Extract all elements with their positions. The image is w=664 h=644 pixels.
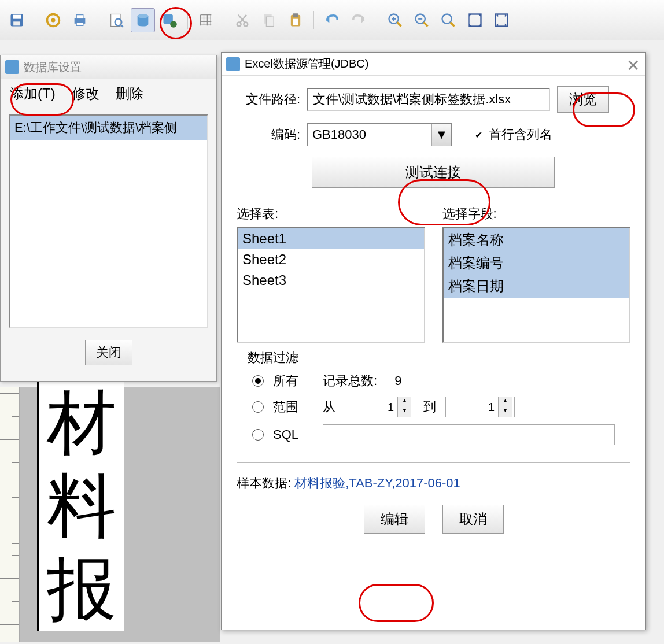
spin-up[interactable]: ▲ <box>398 397 411 407</box>
zoom-out-button[interactable] <box>410 8 434 32</box>
cut-button[interactable] <box>230 8 254 32</box>
select-table-label: 选择表: <box>237 205 425 223</box>
field-item[interactable]: 档案编号 <box>444 251 630 275</box>
cut-icon <box>234 12 250 28</box>
separator <box>98 11 98 29</box>
encoding-combo[interactable]: GB18030 ▼ <box>307 123 452 146</box>
firstrow-checkbox[interactable]: ✔ 首行含列名 <box>473 126 552 143</box>
svg-rect-30 <box>293 13 298 17</box>
fit-page-button[interactable] <box>463 8 487 32</box>
jdbc-dialog: Excel数据源管理(JDBC) ✕ 文件路径: 浏览 编码: GB18030 … <box>221 52 646 630</box>
firstrow-label: 首行含列名 <box>489 126 552 143</box>
delete-menu[interactable]: 删除 <box>116 84 143 103</box>
char: 料 <box>47 465 116 548</box>
from-input[interactable] <box>345 397 397 417</box>
separator <box>377 11 377 29</box>
svg-line-39 <box>424 22 428 26</box>
filepath-label: 文件路径: <box>237 91 300 108</box>
radio-range[interactable] <box>252 401 264 413</box>
table-item[interactable]: Sheet3 <box>238 270 424 291</box>
paste-button[interactable] <box>283 8 308 32</box>
svg-rect-1 <box>13 14 21 18</box>
separator <box>313 11 314 29</box>
datasource-config-button[interactable] <box>157 8 182 32</box>
field-item[interactable]: 档案名称 <box>444 228 630 251</box>
sample-label: 样本数据: <box>237 476 291 490</box>
spin-up[interactable]: ▲ <box>499 397 512 407</box>
database-gear-icon <box>161 12 178 28</box>
from-spinner[interactable]: ▲▼ <box>345 397 414 417</box>
fields-listbox[interactable]: 档案名称 档案编号 档案日期 <box>442 227 631 343</box>
svg-rect-6 <box>76 14 83 18</box>
gear-icon <box>45 12 61 28</box>
db-list-item[interactable]: E:\工作文件\测试数据\档案侧 <box>10 116 207 140</box>
vertical-ruler <box>0 387 20 642</box>
radio-sql-label: SQL <box>273 427 313 442</box>
svg-rect-28 <box>266 17 274 26</box>
main-toolbar <box>0 0 664 40</box>
paste-icon <box>287 12 304 28</box>
radio-all-label: 所有 <box>273 372 313 390</box>
save-button[interactable] <box>5 8 29 32</box>
field-item[interactable]: 档案日期 <box>444 275 630 298</box>
print-button[interactable] <box>68 8 92 32</box>
undo-button[interactable] <box>320 8 344 32</box>
filepath-input[interactable] <box>307 88 550 111</box>
test-connection-button[interactable]: 测试连接 <box>312 157 555 188</box>
close-button[interactable]: 关闭 <box>85 340 132 365</box>
to-spinner[interactable]: ▲▼ <box>445 397 515 417</box>
zoom-fit-button[interactable] <box>436 8 460 32</box>
grid-button[interactable] <box>194 8 218 32</box>
sample-data: 材料报验,TAB-ZY,2017-06-01 <box>294 476 460 490</box>
svg-line-35 <box>397 22 401 26</box>
dialog-titlebar[interactable]: 数据库设置 <box>1 55 216 79</box>
modify-menu[interactable]: 修改 <box>72 84 99 103</box>
filter-legend: 数据过滤 <box>244 349 302 367</box>
fit-page-icon <box>467 12 483 28</box>
save-icon <box>9 12 25 28</box>
encoding-label: 编码: <box>237 126 300 143</box>
grid-icon <box>198 12 214 28</box>
table-item[interactable]: Sheet2 <box>238 249 424 270</box>
datasource-button[interactable] <box>131 8 155 32</box>
dialog-title: 数据库设置 <box>24 60 82 75</box>
zoom-in-button[interactable] <box>383 8 407 32</box>
redo-button[interactable] <box>346 8 371 32</box>
dialog-titlebar[interactable]: Excel数据源管理(JDBC) ✕ <box>222 53 645 76</box>
fit-width-button[interactable] <box>489 8 514 32</box>
close-icon[interactable]: ✕ <box>626 56 640 75</box>
svg-point-12 <box>138 14 149 18</box>
tables-listbox[interactable]: Sheet1 Sheet2 Sheet3 <box>237 227 425 343</box>
db-list[interactable]: E:\工作文件\测试数据\档案侧 <box>9 114 208 328</box>
edit-button[interactable]: 编辑 <box>364 505 425 534</box>
undo-icon <box>324 12 340 28</box>
add-menu[interactable]: 添加(T) <box>10 84 56 103</box>
spin-down[interactable]: ▼ <box>398 407 411 417</box>
radio-range-label: 范围 <box>273 398 313 416</box>
copy-button[interactable] <box>257 8 281 32</box>
svg-rect-2 <box>13 21 20 25</box>
svg-point-4 <box>51 18 56 22</box>
record-count-value: 9 <box>394 373 401 388</box>
char: 材 <box>47 382 116 465</box>
svg-rect-7 <box>76 22 83 25</box>
db-menu: 添加(T) 修改 删除 <box>1 79 216 109</box>
to-input[interactable] <box>446 397 498 417</box>
copy-icon <box>261 12 277 28</box>
separator <box>35 11 35 29</box>
settings-button[interactable] <box>41 8 65 32</box>
sql-input[interactable] <box>323 424 615 445</box>
spin-down[interactable]: ▼ <box>499 407 512 417</box>
char: 报 <box>47 548 116 631</box>
fit-width-icon <box>493 12 510 28</box>
radio-all[interactable] <box>252 375 264 387</box>
cancel-button[interactable]: 取消 <box>442 505 504 534</box>
chevron-down-icon[interactable]: ▼ <box>431 124 451 146</box>
table-item[interactable]: Sheet1 <box>238 228 424 249</box>
radio-sql[interactable] <box>252 429 264 441</box>
print-icon <box>72 12 88 28</box>
browse-button[interactable]: 浏览 <box>557 86 609 113</box>
preview-button[interactable] <box>104 8 128 32</box>
magnifier-icon <box>440 12 456 28</box>
svg-line-42 <box>451 22 455 26</box>
